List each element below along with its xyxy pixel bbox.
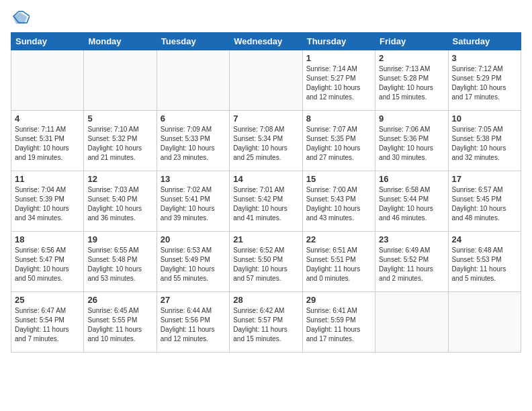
calendar-cell	[375, 292, 448, 353]
calendar-cell: 21Sunrise: 6:52 AM Sunset: 5:50 PM Dayli…	[230, 232, 302, 292]
day-info: Sunrise: 7:04 AM Sunset: 5:39 PM Dayligh…	[15, 185, 80, 223]
day-number: 25	[15, 295, 80, 305]
calendar-cell: 2Sunrise: 7:13 AM Sunset: 5:28 PM Daylig…	[375, 50, 448, 111]
day-info: Sunrise: 6:45 AM Sunset: 5:55 PM Dayligh…	[87, 306, 152, 344]
calendar-cell: 23Sunrise: 6:49 AM Sunset: 5:52 PM Dayli…	[375, 232, 448, 292]
calendar-cell: 6Sunrise: 7:09 AM Sunset: 5:33 PM Daylig…	[157, 111, 229, 171]
calendar-cell: 14Sunrise: 7:01 AM Sunset: 5:42 PM Dayli…	[230, 171, 302, 232]
day-number: 5	[87, 113, 152, 124]
day-number: 26	[87, 295, 152, 305]
calendar-header-tuesday: Tuesday	[157, 33, 229, 50]
calendar-cell: 26Sunrise: 6:45 AM Sunset: 5:55 PM Dayli…	[84, 292, 157, 353]
day-number: 12	[87, 174, 152, 184]
calendar-cell: 8Sunrise: 7:07 AM Sunset: 5:35 PM Daylig…	[302, 111, 375, 171]
calendar-cell: 12Sunrise: 7:03 AM Sunset: 5:40 PM Dayli…	[84, 171, 157, 232]
calendar-header-saturday: Saturday	[448, 33, 521, 50]
day-info: Sunrise: 6:47 AM Sunset: 5:54 PM Dayligh…	[15, 306, 80, 344]
day-info: Sunrise: 6:41 AM Sunset: 5:59 PM Dayligh…	[306, 306, 371, 344]
day-number: 8	[306, 113, 371, 124]
day-number: 22	[306, 234, 371, 244]
day-number: 1	[306, 53, 371, 63]
calendar-cell: 25Sunrise: 6:47 AM Sunset: 5:54 PM Dayli…	[11, 292, 84, 353]
day-number: 7	[233, 113, 298, 124]
calendar-week-row: 4Sunrise: 7:11 AM Sunset: 5:31 PM Daylig…	[11, 111, 521, 171]
day-number: 20	[161, 234, 226, 244]
calendar-cell: 7Sunrise: 7:08 AM Sunset: 5:34 PM Daylig…	[230, 111, 302, 171]
day-number: 21	[233, 234, 298, 244]
day-number: 10	[452, 113, 517, 124]
day-info: Sunrise: 7:02 AM Sunset: 5:41 PM Dayligh…	[161, 185, 226, 223]
calendar-week-row: 1Sunrise: 7:14 AM Sunset: 5:27 PM Daylig…	[11, 50, 521, 111]
day-number: 18	[15, 234, 80, 244]
day-info: Sunrise: 6:48 AM Sunset: 5:53 PM Dayligh…	[452, 246, 517, 283]
calendar-header-friday: Friday	[375, 33, 448, 50]
day-number: 11	[15, 174, 80, 184]
day-number: 23	[379, 234, 444, 244]
calendar-cell: 28Sunrise: 6:42 AM Sunset: 5:57 PM Dayli…	[230, 292, 302, 353]
calendar-header-row: SundayMondayTuesdayWednesdayThursdayFrid…	[11, 33, 521, 50]
calendar-cell: 1Sunrise: 7:14 AM Sunset: 5:27 PM Daylig…	[302, 50, 375, 111]
header	[11, 11, 521, 26]
calendar-cell: 9Sunrise: 7:06 AM Sunset: 5:36 PM Daylig…	[375, 111, 448, 171]
calendar-cell: 20Sunrise: 6:53 AM Sunset: 5:49 PM Dayli…	[157, 232, 229, 292]
day-info: Sunrise: 6:55 AM Sunset: 5:48 PM Dayligh…	[87, 246, 152, 283]
calendar-cell: 19Sunrise: 6:55 AM Sunset: 5:48 PM Dayli…	[84, 232, 157, 292]
day-info: Sunrise: 6:51 AM Sunset: 5:51 PM Dayligh…	[306, 246, 371, 283]
day-info: Sunrise: 7:01 AM Sunset: 5:42 PM Dayligh…	[233, 185, 298, 223]
day-number: 27	[161, 295, 226, 305]
day-number: 9	[379, 113, 444, 124]
day-number: 13	[161, 174, 226, 184]
day-info: Sunrise: 7:03 AM Sunset: 5:40 PM Dayligh…	[87, 185, 152, 223]
day-info: Sunrise: 6:44 AM Sunset: 5:56 PM Dayligh…	[161, 306, 226, 344]
calendar-header-sunday: Sunday	[11, 33, 84, 50]
calendar-cell: 29Sunrise: 6:41 AM Sunset: 5:59 PM Dayli…	[302, 292, 375, 353]
calendar-week-row: 11Sunrise: 7:04 AM Sunset: 5:39 PM Dayli…	[11, 171, 521, 232]
day-number: 24	[452, 234, 517, 244]
day-info: Sunrise: 7:13 AM Sunset: 5:28 PM Dayligh…	[379, 64, 444, 102]
logo	[11, 11, 32, 26]
calendar-table: SundayMondayTuesdayWednesdayThursdayFrid…	[11, 32, 521, 353]
calendar-cell	[448, 292, 521, 353]
day-info: Sunrise: 6:56 AM Sunset: 5:47 PM Dayligh…	[15, 246, 80, 283]
day-info: Sunrise: 7:12 AM Sunset: 5:29 PM Dayligh…	[452, 64, 517, 102]
day-number: 15	[306, 174, 371, 184]
day-info: Sunrise: 7:06 AM Sunset: 5:36 PM Dayligh…	[379, 125, 444, 163]
day-number: 28	[233, 295, 298, 305]
day-number: 19	[87, 234, 152, 244]
calendar-cell: 24Sunrise: 6:48 AM Sunset: 5:53 PM Dayli…	[448, 232, 521, 292]
day-info: Sunrise: 6:58 AM Sunset: 5:44 PM Dayligh…	[379, 185, 444, 223]
calendar-cell: 5Sunrise: 7:10 AM Sunset: 5:32 PM Daylig…	[84, 111, 157, 171]
calendar-cell: 4Sunrise: 7:11 AM Sunset: 5:31 PM Daylig…	[11, 111, 84, 171]
day-info: Sunrise: 6:53 AM Sunset: 5:49 PM Dayligh…	[161, 246, 226, 283]
calendar-cell: 13Sunrise: 7:02 AM Sunset: 5:41 PM Dayli…	[157, 171, 229, 232]
day-number: 4	[15, 113, 80, 124]
calendar-header-wednesday: Wednesday	[230, 33, 302, 50]
day-number: 3	[452, 53, 517, 63]
day-info: Sunrise: 7:07 AM Sunset: 5:35 PM Dayligh…	[306, 125, 371, 163]
calendar-cell: 3Sunrise: 7:12 AM Sunset: 5:29 PM Daylig…	[448, 50, 521, 111]
calendar-cell: 27Sunrise: 6:44 AM Sunset: 5:56 PM Dayli…	[157, 292, 229, 353]
day-info: Sunrise: 7:11 AM Sunset: 5:31 PM Dayligh…	[15, 125, 80, 163]
day-number: 16	[379, 174, 444, 184]
calendar-cell: 17Sunrise: 6:57 AM Sunset: 5:45 PM Dayli…	[448, 171, 521, 232]
day-info: Sunrise: 7:08 AM Sunset: 5:34 PM Dayligh…	[233, 125, 298, 163]
day-number: 14	[233, 174, 298, 184]
calendar-cell: 16Sunrise: 6:58 AM Sunset: 5:44 PM Dayli…	[375, 171, 448, 232]
day-info: Sunrise: 7:05 AM Sunset: 5:38 PM Dayligh…	[452, 125, 517, 163]
day-number: 17	[452, 174, 517, 184]
day-info: Sunrise: 7:00 AM Sunset: 5:43 PM Dayligh…	[306, 185, 371, 223]
day-info: Sunrise: 6:49 AM Sunset: 5:52 PM Dayligh…	[379, 246, 444, 283]
calendar-cell: 11Sunrise: 7:04 AM Sunset: 5:39 PM Dayli…	[11, 171, 84, 232]
day-info: Sunrise: 6:57 AM Sunset: 5:45 PM Dayligh…	[452, 185, 517, 223]
day-number: 6	[161, 113, 226, 124]
day-number: 29	[306, 295, 371, 305]
calendar-cell: 18Sunrise: 6:56 AM Sunset: 5:47 PM Dayli…	[11, 232, 84, 292]
calendar-cell	[84, 50, 157, 111]
calendar-cell	[11, 50, 84, 111]
calendar-cell: 22Sunrise: 6:51 AM Sunset: 5:51 PM Dayli…	[302, 232, 375, 292]
day-info: Sunrise: 6:42 AM Sunset: 5:57 PM Dayligh…	[233, 306, 298, 344]
day-info: Sunrise: 7:09 AM Sunset: 5:33 PM Dayligh…	[161, 125, 226, 163]
calendar-week-row: 25Sunrise: 6:47 AM Sunset: 5:54 PM Dayli…	[11, 292, 521, 353]
calendar-cell	[157, 50, 229, 111]
calendar-header-monday: Monday	[84, 33, 157, 50]
